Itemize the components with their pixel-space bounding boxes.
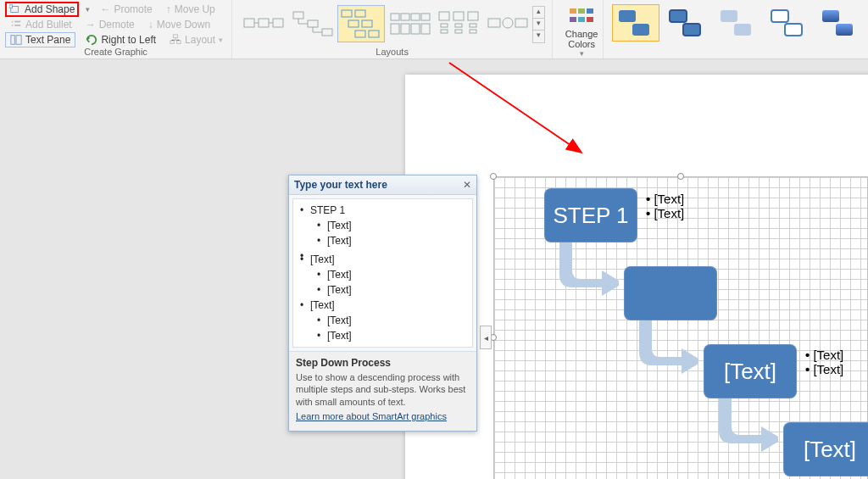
bullet-text: [Text] (805, 362, 843, 376)
svg-rect-27 (391, 24, 399, 34)
add-shape-dropdown-icon[interactable]: ▾ (86, 5, 90, 14)
style-thumb-5[interactable] (815, 4, 863, 42)
svg-rect-30 (421, 24, 430, 34)
layout-thumb-3[interactable] (337, 5, 385, 42)
text-pane-footer: Step Down Process Use to show a descendi… (289, 351, 476, 431)
svg-rect-14 (293, 12, 303, 19)
text-pane-item[interactable]: [Text] (295, 298, 470, 313)
text-pane-item[interactable]: [Text] (295, 218, 470, 233)
svg-rect-47 (578, 17, 585, 22)
svg-rect-9 (170, 41, 174, 44)
svg-point-2 (12, 21, 14, 23)
scroll-up-icon[interactable]: ▴ (533, 7, 544, 19)
group-create-graphic: Add Shape ▾ ← Promote ↑ Move Up Add Bull… (0, 0, 232, 58)
style-thumb-2[interactable] (663, 4, 710, 42)
svg-rect-29 (411, 24, 420, 34)
bullet-text: [Text] (805, 348, 843, 362)
svg-rect-36 (470, 24, 476, 27)
layout-thumb-1[interactable] (240, 5, 287, 42)
text-pane-panel[interactable]: Type your text here ✕ STEP 1[Text][Text]… (288, 175, 477, 432)
smartart-shape[interactable]: STEP 1 (544, 188, 637, 242)
smartart-shape[interactable]: [Text] (704, 344, 797, 398)
svg-rect-25 (411, 14, 420, 20)
style-thumb-1[interactable] (612, 4, 659, 42)
add-shape-button[interactable]: Add Shape (5, 2, 79, 17)
right-to-left-button[interactable]: Right to Left (82, 33, 159, 47)
chevron-down-icon: ▾ (558, 49, 605, 58)
svg-rect-56 (785, 24, 802, 36)
text-pane-item[interactable]: STEP 1 (295, 203, 470, 218)
smartart-shape[interactable]: [Text] (783, 422, 868, 476)
bullet-text: [Text] (646, 206, 684, 220)
change-colors-button[interactable]: Change Colors ▾ (553, 0, 604, 58)
move-up-button[interactable]: ↑ Move Up (163, 3, 219, 16)
arrow-right-icon: → (86, 19, 96, 31)
demote-button[interactable]: → Demote (82, 18, 138, 31)
shape-bullets[interactable]: [Text] [Text] (805, 348, 843, 376)
resize-handle[interactable] (677, 173, 684, 180)
text-pane-button[interactable]: Text Pane (5, 32, 75, 47)
promote-button[interactable]: ← Promote (97, 3, 155, 16)
move-down-label: Move Down (157, 19, 210, 31)
add-bullet-button[interactable]: Add Bullet (7, 18, 75, 31)
svg-rect-23 (391, 14, 399, 20)
learn-more-link[interactable]: Learn more about SmartArt graphics (296, 411, 447, 421)
svg-rect-58 (836, 24, 853, 36)
svg-rect-11 (244, 19, 254, 27)
layout-thumb-6[interactable] (484, 5, 531, 42)
svg-rect-39 (470, 30, 476, 33)
svg-rect-21 (355, 31, 365, 37)
shape-label: STEP 1 (553, 203, 628, 229)
svg-rect-33 (468, 12, 478, 20)
layout-thumb-4[interactable] (387, 5, 434, 42)
style-thumb-4[interactable] (765, 4, 812, 42)
layouts-scroll[interactable]: ▴ ▾ ▾ (532, 6, 545, 43)
move-down-button[interactable]: ↓ Move Down (145, 18, 214, 31)
close-icon[interactable]: ✕ (463, 179, 471, 191)
layout-thumb-2[interactable] (289, 5, 337, 42)
svg-rect-16 (322, 29, 332, 36)
text-pane-toggle[interactable]: ◂ (480, 326, 492, 349)
style-thumb-3[interactable] (714, 4, 761, 42)
text-pane-item[interactable]: [Text] (295, 328, 470, 343)
text-pane-item[interactable]: [Text] (295, 267, 470, 282)
text-pane-item[interactable]: [Text] (295, 252, 470, 267)
svg-point-4 (12, 25, 14, 26)
svg-rect-34 (441, 24, 448, 27)
svg-rect-17 (342, 10, 352, 17)
arrow-down-icon: ↓ (148, 19, 153, 31)
text-pane-header: Type your text here ✕ (289, 175, 476, 195)
svg-rect-52 (683, 24, 700, 36)
group-smartart-styles (604, 0, 868, 58)
footer-title: Step Down Process (296, 357, 470, 369)
bullet-text: [Text] (646, 192, 684, 206)
text-pane-label: Text Pane (25, 34, 70, 46)
text-pane-title: Type your text here (294, 179, 387, 191)
svg-rect-24 (401, 14, 409, 20)
svg-rect-8 (173, 35, 177, 38)
scroll-more-icon[interactable]: ▾ (533, 31, 544, 42)
svg-rect-46 (570, 17, 576, 22)
text-pane-body[interactable]: STEP 1[Text][Text][Text][Text][Text][Tex… (292, 198, 473, 348)
text-pane-item[interactable]: [Text] (295, 233, 470, 248)
svg-rect-35 (455, 24, 462, 27)
smartart-shape[interactable] (624, 266, 717, 320)
svg-rect-44 (578, 8, 585, 14)
smartart-object[interactable]: ◂ STEP 1 [Text] [Text] [Text] [Text] [Te… (493, 176, 868, 479)
flow-arrow-icon (631, 319, 698, 378)
flow-arrow-icon (710, 397, 778, 456)
svg-rect-48 (587, 17, 593, 22)
text-pane-item[interactable]: [Text] (295, 282, 470, 298)
svg-rect-51 (670, 10, 687, 22)
resize-handle[interactable] (490, 173, 497, 180)
scroll-down-icon[interactable]: ▾ (533, 19, 544, 31)
layout-thumb-5[interactable] (436, 5, 483, 42)
svg-rect-43 (570, 8, 576, 14)
shape-label: [Text] (724, 359, 776, 385)
svg-rect-32 (453, 12, 464, 20)
layout-button[interactable]: Layout ▾ (166, 33, 226, 47)
text-pane-item[interactable]: [Text] (295, 313, 470, 328)
shape-bullets[interactable]: [Text] [Text] (646, 192, 684, 220)
svg-rect-49 (619, 10, 636, 22)
add-shape-label: Add Shape (25, 3, 75, 15)
